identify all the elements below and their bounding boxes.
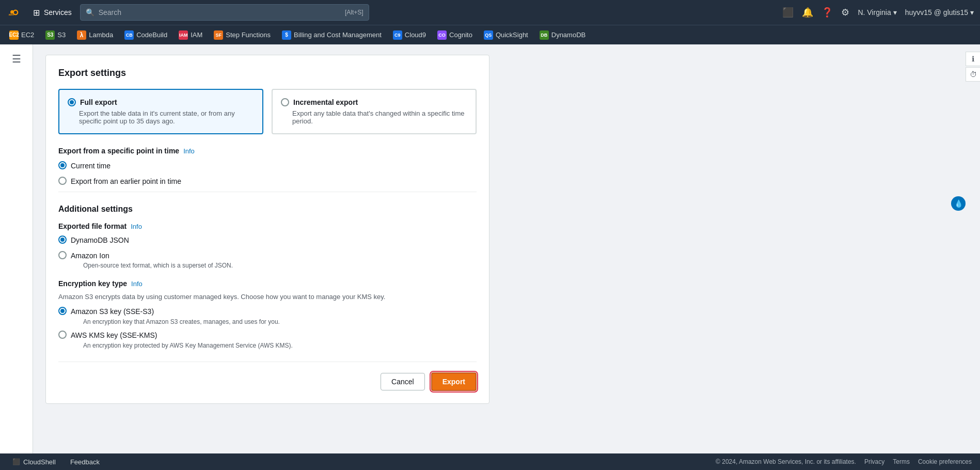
bell-icon[interactable]: 🔔 (802, 7, 813, 18)
svc-cloud9[interactable]: C9 Cloud9 (388, 28, 431, 42)
cloudshell-button[interactable]: ⬛ CloudShell (8, 457, 60, 467)
export-settings-card: Export settings Full export Export the t… (45, 55, 489, 404)
amazon-ion-desc: Open-source text format, which is a supe… (83, 262, 233, 269)
settings-icon[interactable]: ⚙ (841, 7, 849, 18)
search-bar[interactable]: 🔍 [Alt+S] (80, 4, 369, 21)
svc-cognito[interactable]: CO Cognito (432, 28, 478, 42)
cookie-link[interactable]: Cookie preferences (918, 458, 972, 465)
current-time-radio[interactable] (58, 161, 67, 169)
right-panel-icons: ℹ ⏱ (966, 52, 980, 82)
terminal-icon[interactable]: ⬛ (782, 7, 794, 18)
lambda-label: Lambda (89, 31, 113, 39)
cognito-label: Cognito (449, 31, 472, 39)
file-format-section: Exported file format Info DynamoDB JSON … (58, 222, 477, 269)
user-menu[interactable]: huyvv15 @ glutis15 ▾ (905, 8, 974, 17)
sidebar-menu-button[interactable]: ☰ (8, 49, 25, 69)
section-divider-1 (58, 192, 477, 192)
incremental-export-card[interactable]: Incremental export Export any table data… (272, 89, 477, 134)
waterdrop-icon[interactable]: 💧 (951, 196, 966, 211)
cloud9-badge: C9 (393, 30, 402, 40)
region-label: N. Virginia (858, 8, 891, 17)
svc-billing[interactable]: $ Billing and Cost Management (277, 28, 387, 42)
point-in-time-info-link[interactable]: Info (183, 147, 195, 155)
amazon-ion-radio[interactable] (58, 251, 67, 259)
svg-text:aws: aws (9, 13, 14, 16)
encryption-label-row: Encryption key type Info (58, 279, 477, 288)
encryption-section: Encryption key type Info Amazon S3 encry… (58, 279, 477, 349)
full-export-radio[interactable] (68, 98, 76, 106)
sse-s3-radio[interactable] (58, 307, 67, 315)
sse-s3-option[interactable]: Amazon S3 key (SSE-S3) An encryption key… (58, 307, 477, 325)
history-panel-icon[interactable]: ⏱ (966, 67, 980, 82)
current-time-option[interactable]: Current time (58, 161, 477, 171)
additional-settings-section: Additional settings Exported file format… (58, 205, 477, 349)
cancel-button[interactable]: Cancel (381, 373, 425, 390)
svc-dynamodb[interactable]: DB DynamoDB (534, 28, 591, 42)
point-in-time-label: Export from a specific point in time Inf… (58, 147, 477, 155)
svc-s3[interactable]: S3 S3 (40, 28, 71, 42)
encryption-desc: Amazon S3 encrypts data by using custome… (58, 293, 477, 301)
sse-s3-label: Amazon S3 key (SSE-S3) (71, 307, 154, 316)
action-bar: Cancel Export (58, 362, 477, 391)
bottom-bar-right: © 2024, Amazon Web Services, Inc. or its… (716, 458, 972, 465)
svc-ec2[interactable]: EC2 EC2 (4, 28, 39, 42)
search-icon: 🔍 (86, 8, 94, 17)
aws-logo[interactable]: aws (6, 3, 25, 22)
full-export-desc: Export the table data in it's current st… (79, 109, 254, 125)
bottom-bar: ⬛ CloudShell Feedback © 2024, Amazon Web… (0, 453, 980, 470)
svc-stepfunctions[interactable]: SF Step Functions (209, 28, 276, 42)
cloud9-label: Cloud9 (405, 31, 426, 39)
svc-quicksight[interactable]: QS QuickSight (479, 28, 533, 42)
dynamodb-badge: DB (540, 30, 549, 40)
sidebar: ☰ (0, 44, 33, 453)
full-export-label: Full export (80, 98, 117, 106)
dynamodb-json-radio[interactable] (58, 236, 67, 244)
region-selector[interactable]: N. Virginia ▾ (858, 8, 896, 17)
iam-badge: IAM (179, 30, 188, 40)
bottom-bar-left: ⬛ CloudShell Feedback (8, 457, 104, 467)
export-button[interactable]: Export (431, 372, 477, 391)
stepfunctions-label: Step Functions (226, 31, 271, 39)
search-shortcut: [Alt+S] (345, 9, 363, 16)
sse-kms-label: AWS KMS key (SSE-KMS) (71, 331, 157, 339)
incremental-export-radio[interactable] (281, 98, 289, 106)
sse-s3-content: Amazon S3 key (SSE-S3) An encryption key… (71, 307, 280, 325)
earlier-point-radio[interactable] (58, 177, 67, 185)
additional-settings-title: Additional settings (58, 205, 477, 214)
dynamodb-json-option[interactable]: DynamoDB JSON (58, 236, 477, 246)
lambda-badge: λ (77, 30, 86, 40)
services-label: Services (44, 8, 72, 17)
export-type-row: Full export Export the table data in it'… (58, 89, 477, 134)
svc-codebuild[interactable]: CB CodeBuild (119, 28, 172, 42)
ec2-badge: EC2 (9, 30, 19, 40)
encryption-info-link[interactable]: Info (131, 280, 143, 288)
file-format-info-link[interactable]: Info (131, 223, 142, 230)
info-panel-icon[interactable]: ℹ (966, 52, 980, 66)
svc-lambda[interactable]: λ Lambda (72, 28, 118, 42)
sse-kms-option[interactable]: AWS KMS key (SSE-KMS) An encryption key … (58, 331, 477, 349)
svc-iam[interactable]: IAM IAM (173, 28, 208, 42)
amazon-ion-option[interactable]: Amazon Ion Open-source text format, whic… (58, 251, 477, 270)
sse-s3-desc: An encryption key that Amazon S3 creates… (83, 318, 280, 325)
ec2-label: EC2 (21, 31, 34, 39)
privacy-link[interactable]: Privacy (864, 458, 884, 465)
encryption-label: Encryption key type (58, 279, 127, 288)
earlier-point-option[interactable]: Export from an earlier point in time (58, 177, 477, 187)
s3-label: S3 (57, 31, 66, 39)
quicksight-badge: QS (484, 30, 493, 40)
nav-right: ⬛ 🔔 ❓ ⚙ N. Virginia ▾ huyvv15 @ glutis15… (782, 7, 974, 18)
s3-badge: S3 (45, 30, 55, 40)
services-menu[interactable]: ⊞ Services (29, 6, 76, 20)
incremental-export-label: Incremental export (293, 98, 358, 106)
sse-kms-radio[interactable] (58, 331, 67, 339)
amazon-ion-option-content: Amazon Ion Open-source text format, whic… (71, 251, 233, 270)
billing-badge: $ (282, 30, 291, 40)
top-navigation: aws ⊞ Services 🔍 [Alt+S] ⬛ 🔔 ❓ ⚙ N. Virg… (0, 0, 980, 25)
billing-label: Billing and Cost Management (294, 31, 382, 39)
search-input[interactable] (99, 8, 341, 17)
help-icon[interactable]: ❓ (821, 7, 833, 18)
terms-link[interactable]: Terms (893, 458, 910, 465)
main-content: Export settings Full export Export the t… (33, 44, 980, 453)
full-export-card[interactable]: Full export Export the table data in it'… (58, 89, 263, 134)
feedback-button[interactable]: Feedback (66, 457, 104, 467)
